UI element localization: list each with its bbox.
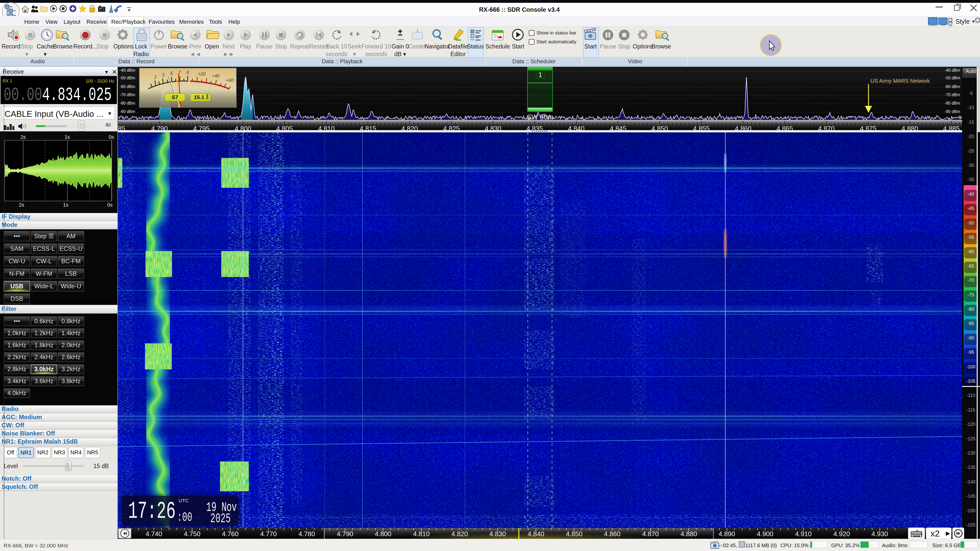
svg-text:5: 5 [170,71,173,76]
svg-text:1: 1 [538,71,542,79]
svg-text:1: 1 [154,75,157,79]
svg-text:SNR: SNR [206,94,209,100]
svg-text:+40: +40 [212,73,220,79]
svg-text:9: 9 [186,70,189,75]
svg-text:S7: S7 [172,94,178,100]
svg-text:+20: +20 [198,71,206,76]
svg-text:3: 3 [162,73,164,78]
svg-text:15.1: 15.1 [194,94,204,100]
svg-text:+60: +60 [226,78,234,83]
